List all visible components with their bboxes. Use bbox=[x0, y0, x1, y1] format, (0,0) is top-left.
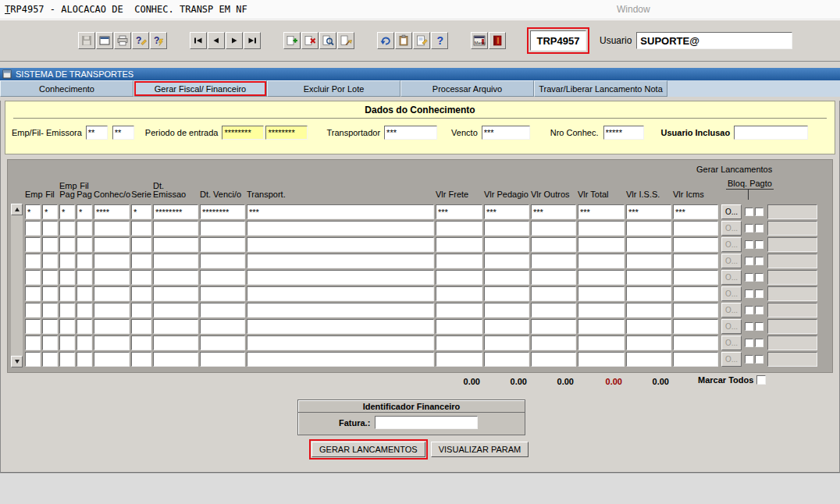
cell-fil_pag[interactable] bbox=[77, 237, 92, 252]
cell-vlr_icms[interactable] bbox=[673, 237, 718, 252]
cell-emp_pag[interactable] bbox=[59, 270, 75, 285]
bloq-pagto-checkbox[interactable] bbox=[755, 322, 763, 331]
cell-dt_vencio[interactable] bbox=[200, 335, 245, 350]
cell-vlr_pedagio[interactable] bbox=[484, 237, 529, 252]
cell-dt_emissao[interactable] bbox=[153, 221, 198, 236]
cell-vlr_iss[interactable] bbox=[626, 352, 671, 367]
cell-vlr_total[interactable] bbox=[578, 270, 625, 285]
open-lancamento-button[interactable]: O... bbox=[721, 221, 742, 236]
gerar-lancamento-checkbox[interactable] bbox=[745, 355, 753, 364]
cell-vlr_iss[interactable] bbox=[626, 319, 671, 334]
cell-fil_pag[interactable] bbox=[77, 352, 92, 367]
cell-vlr_outros[interactable] bbox=[531, 352, 576, 367]
gerar-lancamento-checkbox[interactable] bbox=[745, 208, 753, 216]
cell-emp[interactable] bbox=[25, 352, 41, 367]
cell-emp_pag[interactable] bbox=[59, 335, 75, 350]
cell-conhec[interactable] bbox=[94, 254, 130, 268]
cell-vlr_pedagio[interactable] bbox=[484, 286, 529, 301]
emp-emissora-input[interactable] bbox=[86, 126, 108, 140]
open-lancamento-button[interactable]: O... bbox=[721, 286, 742, 301]
bloq-pagto-checkbox[interactable] bbox=[755, 306, 763, 314]
cell-dt_emissao[interactable] bbox=[153, 335, 198, 350]
cell-vlr_icms[interactable] bbox=[673, 254, 718, 268]
cell-vlr_pedagio[interactable] bbox=[484, 221, 529, 236]
cell-vlr_icms[interactable] bbox=[673, 221, 718, 236]
cell-serie[interactable] bbox=[131, 254, 151, 268]
cell-fil_pag[interactable] bbox=[77, 319, 92, 334]
menu-window[interactable]: Window bbox=[617, 4, 650, 15]
cell-dt_vencio[interactable] bbox=[200, 303, 245, 318]
gerar-lancamento-checkbox[interactable] bbox=[745, 322, 753, 331]
cell-fil[interactable] bbox=[42, 221, 58, 236]
scroll-up-button[interactable] bbox=[11, 204, 23, 215]
gerar-lancamentos-button[interactable]: GERAR LANCAMENTOS bbox=[311, 442, 425, 457]
cell-transport[interactable] bbox=[247, 335, 434, 350]
cell-transport[interactable] bbox=[247, 352, 434, 367]
gerar-lancamento-checkbox[interactable] bbox=[745, 289, 753, 298]
grid-scrollbar[interactable] bbox=[11, 204, 23, 367]
cell-vlr_outros[interactable] bbox=[531, 319, 576, 334]
cell-vlr_total[interactable] bbox=[578, 221, 625, 236]
cell-vlr_iss[interactable] bbox=[626, 303, 671, 318]
cell-fil[interactable] bbox=[42, 254, 58, 268]
cell-dt_vencio[interactable] bbox=[200, 237, 245, 252]
cell-serie[interactable] bbox=[131, 204, 151, 219]
cell-emp[interactable] bbox=[25, 237, 41, 252]
cell-emp[interactable] bbox=[25, 319, 41, 334]
cell-vlr_pedagio[interactable] bbox=[484, 303, 529, 318]
cell-vlr_icms[interactable] bbox=[673, 319, 718, 334]
gerar-lancamento-checkbox[interactable] bbox=[745, 240, 753, 249]
cell-vlr_frete[interactable] bbox=[436, 286, 482, 301]
tab-travar-liberar-lancamento-nota[interactable]: Travar/Liberar Lancamento Nota bbox=[534, 80, 667, 97]
cell-vlr_frete[interactable] bbox=[436, 270, 482, 285]
cell-serie[interactable] bbox=[131, 221, 151, 236]
cell-vlr_iss[interactable] bbox=[626, 237, 671, 252]
cell-vlr_iss[interactable] bbox=[626, 254, 671, 268]
bloq-pagto-checkbox[interactable] bbox=[755, 257, 763, 265]
cell-vlr_pedagio[interactable] bbox=[484, 335, 529, 350]
cell-vlr_total[interactable] bbox=[578, 352, 625, 367]
cell-dt_vencio[interactable] bbox=[200, 352, 245, 367]
cell-dt_vencio[interactable] bbox=[200, 221, 245, 236]
cell-vlr_frete[interactable] bbox=[436, 352, 482, 367]
cell-vlr_frete[interactable] bbox=[436, 254, 482, 268]
cell-fil_pag[interactable] bbox=[77, 204, 92, 219]
cell-conhec[interactable] bbox=[94, 221, 130, 236]
open-lancamento-button[interactable]: O... bbox=[721, 335, 742, 350]
cell-vlr_iss[interactable] bbox=[626, 335, 671, 350]
undo-button[interactable] bbox=[377, 32, 394, 49]
cell-transport[interactable] bbox=[247, 237, 434, 252]
cell-vlr_pedagio[interactable] bbox=[484, 352, 529, 367]
cell-vlr_total[interactable] bbox=[578, 254, 625, 268]
cell-emp_pag[interactable] bbox=[59, 204, 75, 219]
cell-vlr_icms[interactable] bbox=[673, 352, 718, 367]
cell-transport[interactable] bbox=[247, 254, 434, 268]
cell-vlr_pedagio[interactable] bbox=[484, 204, 529, 219]
cell-vlr_iss[interactable] bbox=[626, 221, 671, 236]
cell-emp[interactable] bbox=[25, 204, 41, 219]
cell-dt_emissao[interactable] bbox=[153, 270, 198, 285]
clear-record-button[interactable] bbox=[337, 32, 354, 49]
cell-transport[interactable] bbox=[247, 204, 434, 219]
cell-fil[interactable] bbox=[42, 335, 58, 350]
print-button[interactable] bbox=[114, 32, 131, 49]
cell-fil[interactable] bbox=[42, 270, 58, 285]
bloq-pagto-checkbox[interactable] bbox=[755, 208, 763, 216]
previous-record-button[interactable] bbox=[208, 32, 225, 49]
cell-vlr_outros[interactable] bbox=[531, 221, 576, 236]
cell-emp_pag[interactable] bbox=[59, 254, 75, 268]
cell-vlr_icms[interactable] bbox=[673, 270, 718, 285]
help-button[interactable]: ? bbox=[431, 32, 448, 49]
cell-emp[interactable] bbox=[25, 270, 41, 285]
cell-fil_pag[interactable] bbox=[77, 221, 92, 236]
cell-transport[interactable] bbox=[247, 303, 434, 318]
cell-fil[interactable] bbox=[42, 204, 58, 219]
last-record-button[interactable] bbox=[244, 32, 261, 49]
nro-conhec-input[interactable] bbox=[603, 126, 644, 140]
cell-serie[interactable] bbox=[131, 352, 151, 367]
bloq-pagto-checkbox[interactable] bbox=[755, 224, 763, 232]
cell-fil_pag[interactable] bbox=[77, 335, 92, 350]
periodo-fim-input[interactable] bbox=[265, 126, 308, 140]
cell-dt_vencio[interactable] bbox=[200, 204, 245, 219]
cell-vlr_frete[interactable] bbox=[436, 319, 482, 334]
